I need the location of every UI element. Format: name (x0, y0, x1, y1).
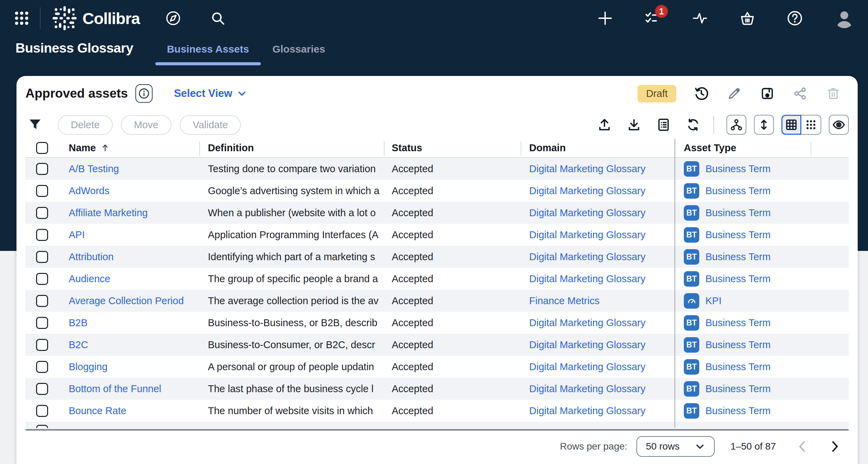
tab-glossaries[interactable]: Glossaries (261, 43, 337, 65)
domain-link[interactable]: Digital Marketing Glossary (529, 405, 645, 416)
asset-name-link[interactable]: Attribution (69, 251, 114, 262)
table-row[interactable]: Bounce Rate The number of website visits… (25, 400, 849, 422)
domain-link[interactable]: Digital Marketing Glossary (529, 251, 645, 262)
rows-per-page-select[interactable]: 50 rows (636, 436, 715, 457)
select-view-dropdown[interactable]: Select View (174, 87, 247, 100)
select-all-checkbox[interactable] (36, 142, 48, 154)
domain-link[interactable]: Digital Marketing Glossary (529, 317, 645, 328)
filter-icon[interactable] (27, 117, 43, 132)
domain-link[interactable]: Digital Marketing Glossary (529, 207, 645, 218)
row-checkbox[interactable] (36, 425, 48, 428)
asset-name-link[interactable]: Blogging (69, 361, 108, 372)
row-checkbox[interactable] (36, 163, 48, 175)
save-icon[interactable] (759, 86, 775, 101)
previous-page-button[interactable] (795, 440, 809, 453)
domain-link[interactable]: Digital Marketing Glossary (529, 339, 645, 350)
row-checkbox[interactable] (36, 207, 48, 219)
asset-name-link[interactable]: B2C (69, 339, 88, 350)
row-checkbox[interactable] (36, 405, 48, 417)
table-row[interactable]: B2C Business-to-Consumer, or B2C, descr … (25, 334, 849, 356)
history-icon[interactable] (693, 86, 709, 101)
asset-type-link[interactable]: Business Term (705, 361, 771, 373)
row-checkbox[interactable] (36, 383, 48, 395)
delete-asset-icon[interactable] (825, 86, 841, 101)
column-header-domain[interactable]: Domain (521, 142, 675, 154)
asset-type-link[interactable]: Business Term (705, 405, 771, 417)
upload-icon[interactable] (597, 117, 612, 133)
add-icon[interactable] (597, 10, 613, 26)
column-header-definition[interactable]: Definition (199, 142, 384, 154)
table-row[interactable]: Blogging A personal or group of people u… (25, 356, 849, 378)
row-height-button[interactable] (754, 115, 774, 135)
table-row[interactable]: Attribution Identifying which part of a … (25, 246, 849, 268)
asset-type-link[interactable]: Business Term (705, 383, 771, 395)
asset-type-link[interactable]: Business Term (705, 273, 771, 285)
asset-name-link[interactable]: A/B Testing (69, 163, 119, 174)
row-checkbox[interactable] (36, 185, 48, 197)
search-icon[interactable] (210, 10, 226, 26)
column-header-asset-type[interactable]: Asset Type (675, 142, 811, 154)
table-view-button[interactable] (781, 115, 801, 135)
table-row[interactable]: API Application Programming Interfaces (… (25, 224, 849, 246)
visibility-button[interactable] (829, 115, 849, 135)
asset-name-link[interactable]: Affiliate Marketing (69, 207, 148, 218)
domain-link[interactable]: Finance Metrics (529, 295, 600, 306)
row-checkbox[interactable] (36, 295, 48, 307)
column-header-name[interactable]: Name (69, 142, 199, 154)
activity-icon[interactable] (692, 10, 708, 26)
download-icon[interactable] (626, 117, 642, 133)
next-page-button[interactable] (828, 440, 842, 453)
asset-type-link[interactable]: Business Term (705, 185, 771, 197)
asset-type-link[interactable]: KPI (705, 295, 722, 307)
tab-business-assets[interactable]: Business Assets (155, 43, 261, 65)
validate-button[interactable]: Validate (180, 115, 241, 135)
table-row[interactable]: AdWords Google’s advertising system in w… (25, 180, 849, 202)
domain-link[interactable]: Digital Marketing Glossary (529, 383, 645, 394)
table-row[interactable]: B2B Business-to-Business, or B2B, descri… (25, 312, 849, 334)
explore-compass-icon[interactable] (165, 10, 181, 26)
domain-link[interactable]: Digital Marketing Glossary (529, 185, 645, 196)
row-checkbox[interactable] (36, 229, 48, 241)
asset-name-link[interactable]: API (69, 229, 85, 240)
basket-icon[interactable] (739, 10, 755, 26)
tasks-icon[interactable]: 1 (645, 10, 660, 26)
tile-view-button[interactable] (801, 115, 821, 135)
domain-link[interactable]: Digital Marketing Glossary (529, 229, 645, 240)
row-checkbox[interactable] (36, 361, 48, 373)
share-icon[interactable] (792, 86, 808, 101)
brand[interactable]: Collibra (52, 6, 140, 31)
row-checkbox[interactable] (36, 339, 48, 351)
domain-link[interactable]: Digital Marketing Glossary (529, 163, 645, 174)
apps-grid-icon[interactable] (14, 10, 30, 26)
table-row[interactable]: Average Collection Period The average co… (25, 290, 849, 312)
asset-type-link[interactable]: Business Term (705, 317, 771, 329)
domain-link[interactable]: Digital Marketing Glossary (529, 361, 645, 372)
asset-type-link[interactable]: Business Term (705, 339, 771, 351)
report-icon[interactable] (656, 117, 671, 133)
edit-icon[interactable] (726, 86, 742, 101)
user-avatar[interactable] (834, 8, 854, 28)
hierarchy-view-button[interactable] (726, 115, 746, 135)
delete-button[interactable]: Delete (58, 115, 113, 135)
asset-name-link[interactable]: B2B (69, 317, 88, 328)
asset-name-link[interactable]: Average Collection Period (69, 295, 184, 306)
asset-type-link[interactable]: Business Term (705, 163, 771, 175)
asset-name-link[interactable]: AdWords (69, 185, 110, 196)
domain-link[interactable]: Digital Marketing Glossary (529, 273, 645, 284)
asset-name-link[interactable]: Audience (69, 273, 110, 284)
asset-name-link[interactable]: Bounce Rate (69, 405, 126, 416)
table-row[interactable]: Bottom of the Funnel The last phase of t… (25, 378, 849, 400)
asset-type-link[interactable]: Business Term (705, 229, 771, 241)
table-row[interactable]: Affiliate Marketing When a publisher (we… (25, 202, 849, 224)
table-row[interactable]: Audience The group of specific people a … (25, 268, 849, 290)
move-button[interactable]: Move (121, 115, 171, 135)
table-row[interactable]: A/B Testing Testing done to compare two … (25, 158, 849, 180)
row-checkbox[interactable] (36, 317, 48, 329)
help-icon[interactable] (787, 10, 803, 26)
info-button[interactable] (135, 84, 153, 103)
asset-name-link[interactable]: Bottom of the Funnel (69, 383, 161, 394)
asset-type-link[interactable]: Business Term (705, 251, 771, 263)
column-header-status[interactable]: Status (384, 142, 521, 154)
refresh-icon[interactable] (685, 117, 701, 133)
row-checkbox[interactable] (36, 273, 48, 285)
